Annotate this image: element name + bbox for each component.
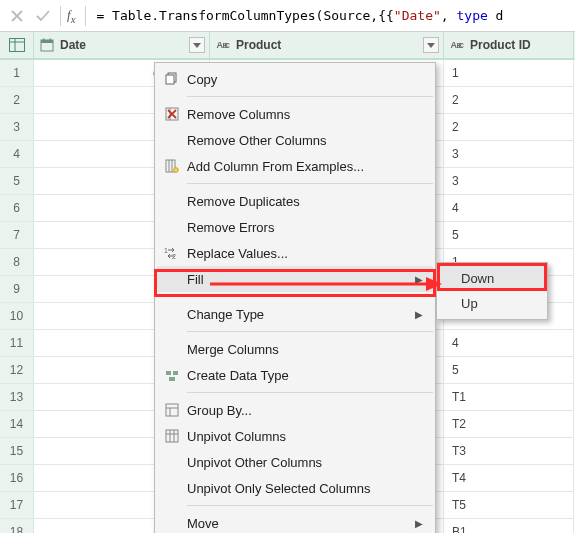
formula-input[interactable]: = Table.TransformColumnTypes(Source,{{"D… <box>90 8 575 23</box>
column-dropdown[interactable] <box>423 37 439 53</box>
addcol-icon <box>157 159 187 173</box>
svg-rect-6 <box>50 39 52 42</box>
cell-product-id[interactable]: 2 <box>444 114 574 141</box>
formula-cancel-button[interactable] <box>4 4 30 28</box>
menu-item-label: Remove Errors <box>187 220 423 235</box>
row-index: 13 <box>0 384 34 411</box>
menu-item-label: Unpivot Columns <box>187 429 423 444</box>
table-icon[interactable] <box>0 32 34 58</box>
submenu-arrow-icon: ▶ <box>415 309 423 320</box>
row-index: 1 <box>0 60 34 87</box>
row-index: 10 <box>0 303 34 330</box>
cell-product-id[interactable]: 5 <box>444 222 574 249</box>
menu-separator <box>187 392 433 393</box>
submenu-item-up[interactable]: Up <box>439 291 545 316</box>
cell-product-id[interactable]: 5 <box>444 357 574 384</box>
menu-item-group-by[interactable]: Group By... <box>157 397 433 423</box>
svg-point-16 <box>174 168 179 173</box>
menu-item-unpivot-only-selected-columns[interactable]: Unpivot Only Selected Columns <box>157 475 433 501</box>
formula-text: = Table.TransformColumnTypes(Source,{{ <box>96 8 393 23</box>
menu-item-fill[interactable]: Fill▶ <box>157 266 433 292</box>
svg-rect-5 <box>43 39 45 42</box>
column-header-product-id[interactable]: ABC Product ID <box>444 32 574 58</box>
cell-product-id[interactable]: T1 <box>444 384 574 411</box>
submenu-arrow-icon: ▶ <box>415 518 423 529</box>
svg-rect-4 <box>41 40 53 43</box>
menu-item-label: Remove Columns <box>187 107 423 122</box>
cell-product-id[interactable]: 4 <box>444 195 574 222</box>
row-index: 4 <box>0 141 34 168</box>
row-index: 18 <box>0 519 34 533</box>
cell-product-id[interactable]: 1 <box>444 60 574 87</box>
menu-separator <box>187 296 433 297</box>
menu-item-move[interactable]: Move▶ <box>157 510 433 533</box>
cell-product-id[interactable]: T4 <box>444 465 574 492</box>
cell-product-id[interactable]: 4 <box>444 330 574 357</box>
menu-item-unpivot-columns[interactable]: Unpivot Columns <box>157 423 433 449</box>
menu-item-label: Unpivot Other Columns <box>187 455 423 470</box>
column-label: Product <box>236 38 281 52</box>
menu-item-remove-errors[interactable]: Remove Errors <box>157 214 433 240</box>
svg-rect-19 <box>166 371 171 375</box>
menu-item-label: Remove Other Columns <box>187 133 423 148</box>
svg-rect-20 <box>173 371 178 375</box>
cell-product-id[interactable]: B1 <box>444 519 574 533</box>
separator <box>85 6 86 26</box>
chevron-down-icon <box>427 43 435 48</box>
svg-rect-25 <box>166 430 178 442</box>
menu-item-label: Fill <box>187 272 409 287</box>
context-menu: CopyRemove ColumnsRemove Other ColumnsAd… <box>154 62 436 533</box>
column-label: Product ID <box>470 38 531 52</box>
menu-item-label: Unpivot Only Selected Columns <box>187 481 423 496</box>
column-header-date[interactable]: Date <box>34 32 210 58</box>
svg-rect-22 <box>166 404 178 416</box>
row-index: 16 <box>0 465 34 492</box>
cell-product-id[interactable]: T3 <box>444 438 574 465</box>
menu-item-remove-duplicates[interactable]: Remove Duplicates <box>157 188 433 214</box>
unpivot-icon <box>157 429 187 443</box>
menu-item-label: Merge Columns <box>187 342 423 357</box>
menu-item-replace-values[interactable]: 12Replace Values... <box>157 240 433 266</box>
cell-product-id[interactable]: 2 <box>444 87 574 114</box>
svg-rect-21 <box>169 377 175 381</box>
menu-item-unpivot-other-columns[interactable]: Unpivot Other Columns <box>157 449 433 475</box>
formula-text: , <box>441 8 457 23</box>
cell-product-id[interactable]: 3 <box>444 141 574 168</box>
column-label: Date <box>60 38 86 52</box>
column-dropdown[interactable] <box>189 37 205 53</box>
svg-rect-0 <box>9 39 24 52</box>
menu-item-change-type[interactable]: Change Type▶ <box>157 301 433 327</box>
menu-separator <box>187 183 433 184</box>
menu-item-remove-columns[interactable]: Remove Columns <box>157 101 433 127</box>
submenu-arrow-icon: ▶ <box>415 274 423 285</box>
menu-item-label: Create Data Type <box>187 368 423 383</box>
grid-header: Date ABC Product ABC Product ID <box>0 32 575 60</box>
menu-separator <box>187 96 433 97</box>
cell-product-id[interactable]: 3 <box>444 168 574 195</box>
cell-product-id[interactable]: T5 <box>444 492 574 519</box>
calendar-icon <box>38 38 56 52</box>
column-header-product[interactable]: ABC Product <box>210 32 444 58</box>
fx-icon[interactable]: fx <box>67 7 75 25</box>
menu-item-remove-other-columns[interactable]: Remove Other Columns <box>157 127 433 153</box>
cell-product-id[interactable]: T2 <box>444 411 574 438</box>
row-index: 15 <box>0 438 34 465</box>
menu-item-label: Replace Values... <box>187 246 423 261</box>
remove-icon <box>157 107 187 121</box>
menu-item-merge-columns[interactable]: Merge Columns <box>157 336 433 362</box>
row-index: 7 <box>0 222 34 249</box>
separator <box>60 6 61 26</box>
svg-rect-8 <box>166 75 174 84</box>
row-index: 11 <box>0 330 34 357</box>
menu-item-create-data-type[interactable]: Create Data Type <box>157 362 433 388</box>
text-type-icon: ABC <box>214 40 232 50</box>
menu-separator <box>187 505 433 506</box>
row-index: 17 <box>0 492 34 519</box>
row-index: 5 <box>0 168 34 195</box>
fill-submenu: DownUp <box>436 262 548 320</box>
menu-item-copy[interactable]: Copy <box>157 66 433 92</box>
menu-item-add-column-from-examples[interactable]: Add Column From Examples... <box>157 153 433 179</box>
formula-bar: fx = Table.TransformColumnTypes(Source,{… <box>0 0 575 32</box>
submenu-item-down[interactable]: Down <box>439 266 545 291</box>
formula-confirm-button[interactable] <box>30 4 56 28</box>
